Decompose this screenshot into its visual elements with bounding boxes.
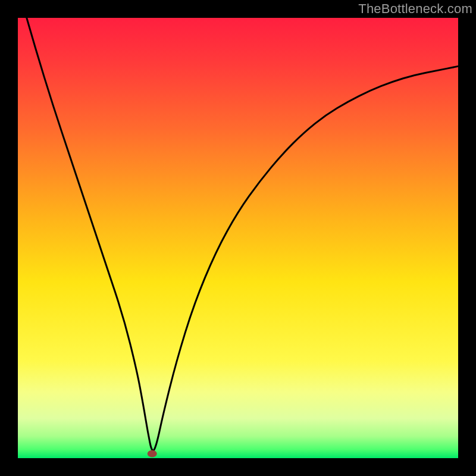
bottleneck-curve	[27, 18, 458, 450]
watermark-label: TheBottleneck.com	[358, 1, 472, 17]
curve-layer	[18, 18, 458, 458]
chart-container: TheBottleneck.com	[0, 0, 476, 476]
optimal-point-marker	[148, 450, 157, 458]
plot-area	[18, 18, 458, 458]
